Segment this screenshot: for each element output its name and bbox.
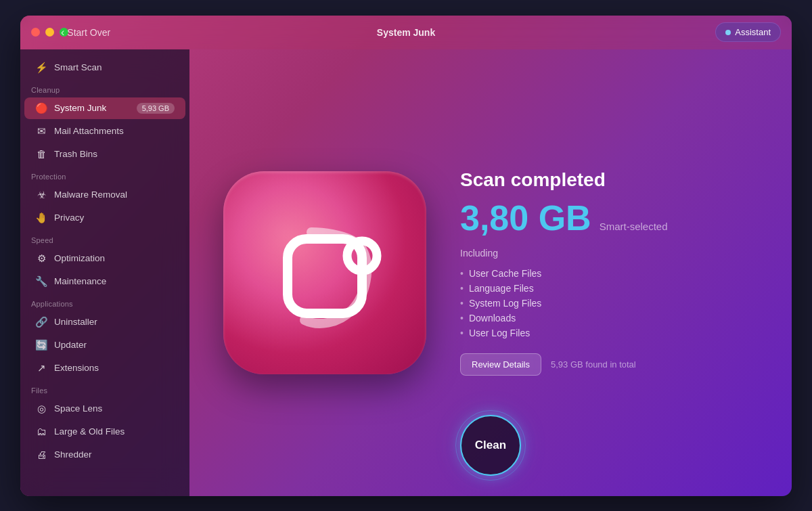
large-old-files-icon: 🗂 (35, 426, 47, 438)
file-list: User Cache Files Language Files System L… (460, 268, 765, 338)
shredder-label: Shredder (54, 449, 92, 460)
section-label-protection: Protection (20, 166, 189, 183)
maintenance-icon: 🔧 (35, 275, 47, 288)
system-junk-label: System Junk (54, 103, 106, 113)
assistant-dot-icon (725, 30, 731, 35)
optimization-icon: ⚙ (35, 252, 47, 265)
section-label-files: Files (20, 380, 189, 397)
updater-icon: 🔄 (35, 339, 47, 351)
trash-icon: 🗑 (35, 148, 47, 160)
space-lens-icon: ◎ (35, 403, 47, 415)
privacy-label: Privacy (54, 213, 84, 223)
svg-point-1 (347, 241, 377, 271)
malware-removal-label: Malware Removal (54, 190, 127, 200)
sidebar-item-extensions[interactable]: ↗ Extensions (24, 357, 185, 379)
system-junk-icon: 🔴 (35, 102, 47, 114)
titlebar: ‹ Start Over System Junk Assistant (20, 16, 792, 49)
clean-btn-outer-ring (455, 410, 526, 481)
uninstaller-icon: 🔗 (35, 316, 47, 328)
assistant-label: Assistant (735, 27, 771, 37)
shredder-icon: 🖨 (35, 449, 47, 461)
content-area: Scan completed 3,80 GB Smart-selected In… (189, 49, 792, 496)
titlebar-center: System Junk (377, 27, 435, 38)
found-total-label: 5,93 GB found in total (551, 359, 636, 370)
window-title: System Junk (377, 27, 435, 38)
sidebar-item-system-junk[interactable]: 🔴 System Junk 5,93 GB (24, 97, 185, 119)
close-button[interactable] (31, 28, 40, 37)
file-item-2: Language Files (469, 283, 534, 294)
privacy-icon: 🤚 (35, 212, 47, 224)
sidebar-item-maintenance[interactable]: 🔧 Maintenance (24, 271, 185, 292)
updater-label: Updater (54, 340, 87, 350)
space-lens-label: Space Lens (54, 403, 102, 414)
review-row: Review Details 5,93 GB found in total (460, 353, 765, 376)
file-list-item: System Log Files (460, 298, 765, 309)
file-item-4: Downloads (469, 313, 516, 324)
uninstaller-label: Uninstaller (54, 317, 97, 327)
trash-bins-label: Trash Bins (54, 149, 97, 159)
file-item-1: User Cache Files (469, 268, 541, 279)
app-window: ‹ Start Over System Junk Assistant ⚡ Sma… (20, 16, 792, 496)
back-button[interactable]: ‹ Start Over (61, 26, 110, 39)
section-label-cleanup: Cleanup (20, 79, 189, 97)
icon-section (217, 171, 433, 374)
sidebar-item-space-lens[interactable]: ◎ Space Lens (24, 398, 185, 420)
results-section: Scan completed 3,80 GB Smart-selected In… (433, 169, 765, 376)
file-list-item: User Log Files (460, 328, 765, 338)
sidebar-item-large-old-files[interactable]: 🗂 Large & Old Files (24, 421, 185, 443)
file-item-3: System Log Files (469, 298, 541, 309)
back-label: Start Over (67, 27, 110, 38)
file-list-item: Downloads (460, 313, 765, 324)
scan-completed-title: Scan completed (460, 169, 765, 191)
maintenance-label: Maintenance (54, 276, 106, 286)
file-list-item: Language Files (460, 283, 765, 294)
file-item-5: User Log Files (469, 328, 530, 338)
smart-selected-label: Smart-selected (600, 221, 668, 231)
sidebar-item-privacy[interactable]: 🤚 Privacy (24, 207, 185, 229)
sidebar-item-uninstaller[interactable]: 🔗 Uninstaller (24, 311, 185, 333)
scan-size: 3,80 GB Smart-selected (460, 200, 765, 236)
sidebar-item-shredder[interactable]: 🖨 Shredder (24, 444, 185, 466)
sidebar-item-mail-attachments[interactable]: ✉ Mail Attachments (24, 120, 185, 142)
optimization-label: Optimization (54, 253, 105, 263)
main-content: ⚡ Smart Scan Cleanup 🔴 System Junk 5,93 … (20, 49, 792, 496)
minimize-button[interactable] (45, 28, 54, 37)
smart-scan-icon: ⚡ (35, 62, 47, 74)
malware-icon: ☣ (35, 189, 47, 201)
review-details-button[interactable]: Review Details (460, 353, 541, 376)
app-icon (223, 171, 426, 374)
smart-scan-label: Smart Scan (54, 62, 102, 72)
mail-icon: ✉ (35, 125, 47, 137)
extensions-label: Extensions (54, 363, 99, 373)
assistant-button[interactable]: Assistant (715, 22, 781, 42)
clean-btn-container: Clean (460, 415, 521, 476)
sidebar: ⚡ Smart Scan Cleanup 🔴 System Junk 5,93 … (20, 49, 189, 496)
svg-rect-0 (288, 239, 362, 313)
large-old-files-label: Large & Old Files (54, 426, 125, 437)
sidebar-item-updater[interactable]: 🔄 Updater (24, 334, 185, 356)
system-junk-badge: 5,93 GB (137, 103, 175, 114)
chevron-left-icon: ‹ (61, 26, 64, 39)
extensions-icon: ↗ (35, 362, 47, 374)
cleaner-logo-svg (250, 198, 399, 347)
sidebar-item-malware-removal[interactable]: ☣ Malware Removal (24, 184, 185, 206)
section-label-applications: Applications (20, 293, 189, 311)
including-label: Including (460, 248, 765, 259)
sidebar-item-smart-scan[interactable]: ⚡ Smart Scan (24, 57, 185, 79)
scan-size-value: 3,80 GB (460, 200, 591, 236)
file-list-item: User Cache Files (460, 268, 765, 279)
sidebar-item-optimization[interactable]: ⚙ Optimization (24, 248, 185, 269)
mail-attachments-label: Mail Attachments (54, 126, 124, 136)
sidebar-item-trash-bins[interactable]: 🗑 Trash Bins (24, 143, 185, 165)
section-label-speed: Speed (20, 229, 189, 247)
